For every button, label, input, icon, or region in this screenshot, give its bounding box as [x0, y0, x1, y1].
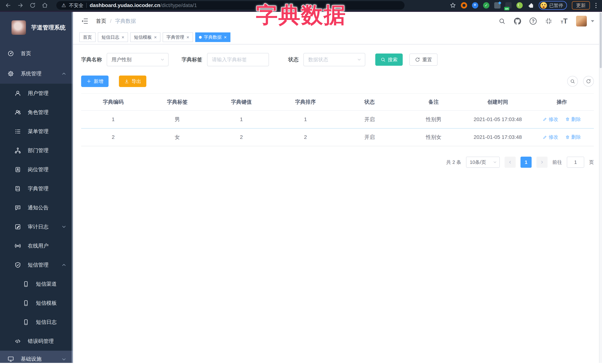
- delete-link[interactable]: 删除: [565, 116, 581, 123]
- export-button[interactable]: 导出: [119, 75, 146, 87]
- edit-link[interactable]: 修改: [543, 134, 558, 140]
- extension-icon-blue[interactable]: [472, 2, 478, 9]
- sidebar-item-menu-mgmt[interactable]: 菜单管理: [0, 122, 73, 141]
- sidebar-item-sms-mgmt[interactable]: 短信管理: [0, 255, 73, 274]
- sidebar-logo[interactable]: 芋道管理系统: [0, 12, 73, 43]
- sidebar-item-post-mgmt[interactable]: 岗位管理: [0, 160, 73, 179]
- browser-update-button[interactable]: 更新: [572, 1, 590, 10]
- sidebar-item-sms-log[interactable]: 短信日志: [0, 312, 73, 332]
- sidebar-item-system-mgmt[interactable]: 系统管理: [0, 63, 73, 84]
- tab-sms-template[interactable]: 短信模板×: [130, 32, 161, 42]
- extension-icon-green-leaf[interactable]: [516, 2, 523, 9]
- next-page-button[interactable]: [537, 157, 548, 168]
- cell-actions: 修改 删除: [530, 128, 594, 146]
- avatar-caret-down-icon[interactable]: [591, 20, 594, 22]
- browser-menu-icon[interactable]: [595, 2, 597, 9]
- help-icon[interactable]: ?: [530, 18, 537, 25]
- sidebar-item-label: 岗位管理: [28, 166, 49, 173]
- tab-close-icon[interactable]: ×: [154, 35, 157, 40]
- cell-value: 2: [209, 128, 273, 146]
- prev-page-button[interactable]: [505, 157, 516, 168]
- sidebar-fold-icon[interactable]: [81, 17, 88, 25]
- trash-icon: [565, 135, 570, 139]
- tab-sms-log[interactable]: 短信日志×: [98, 32, 128, 42]
- dict-name-value: 用户性别: [111, 56, 131, 63]
- active-tab-dot: [199, 36, 202, 39]
- sidebar-item-notice[interactable]: 通知公告: [0, 198, 73, 217]
- cell-created: 2021-01-05 17:03:48: [466, 111, 530, 128]
- tab-home[interactable]: 首页: [79, 32, 96, 42]
- sidebar-item-label: 基础设施: [21, 355, 42, 363]
- reset-button[interactable]: 重置: [409, 53, 438, 66]
- fullscreen-icon[interactable]: [545, 18, 552, 25]
- sidebar-item-dict-mgmt[interactable]: 字典管理: [0, 179, 73, 198]
- tab-dict-mgmt[interactable]: 字典管理×: [163, 32, 193, 42]
- badge-icon: [14, 166, 21, 173]
- add-button[interactable]: 新增: [81, 75, 108, 87]
- sidebar-item-audit-log[interactable]: 审计日志: [0, 217, 73, 236]
- cell-sort: 2: [273, 128, 337, 146]
- page-scrollbar-thumb[interactable]: [600, 13, 602, 68]
- bookmark-star-icon[interactable]: [450, 2, 456, 9]
- tab-close-icon[interactable]: ×: [121, 35, 124, 40]
- sidebar-item-home[interactable]: 首页: [0, 43, 73, 63]
- plus-icon: [86, 79, 92, 84]
- extension-icon-green-check[interactable]: ✓: [483, 2, 489, 9]
- sidebar-item-sms-channel[interactable]: 短信渠道: [0, 274, 73, 293]
- browser-profile-chip[interactable]: 已暂停: [539, 1, 567, 10]
- url-path: /dict/type/data/1: [160, 2, 197, 8]
- page-content: 字典名称 用户性别 字典标签 状态 数据状态 搜索: [73, 44, 602, 363]
- browser-back-icon[interactable]: [5, 2, 11, 9]
- search-icon[interactable]: [498, 18, 505, 25]
- main-panel: 首页 / 字典数据 ? TT 首页 短信日志× 短信模板× 字典管理× 字典数据…: [73, 12, 602, 363]
- chevron-down-icon: [160, 57, 165, 62]
- tab-close-icon[interactable]: ×: [224, 35, 227, 40]
- sidebar-item-label: 审计日志: [28, 223, 49, 230]
- tab-label: 短信日志: [101, 34, 119, 40]
- font-size-icon[interactable]: TT: [561, 18, 568, 25]
- refresh-table-button[interactable]: [583, 76, 594, 87]
- goto-page-input[interactable]: [567, 157, 584, 168]
- dict-label-input[interactable]: [212, 57, 264, 62]
- breadcrumb-separator: /: [110, 18, 111, 24]
- sidebar-scrollbar[interactable]: [72, 12, 73, 363]
- status-select[interactable]: 数据状态: [303, 53, 365, 66]
- extensions-puzzle-icon[interactable]: [527, 2, 534, 9]
- toggle-search-button[interactable]: [567, 76, 578, 87]
- browser-reload-icon[interactable]: [29, 2, 36, 9]
- sidebar-item-role-mgmt[interactable]: 角色管理: [0, 103, 73, 122]
- sidebar-item-sms-template[interactable]: 短信模板: [0, 293, 73, 312]
- extension-icon-gray-diamond[interactable]: [494, 2, 501, 9]
- extension-on-badge: on: [504, 7, 509, 10]
- dict-label-field[interactable]: [207, 53, 269, 66]
- sidebar-item-label: 短信模板: [36, 300, 57, 307]
- tab-close-icon[interactable]: ×: [186, 35, 189, 40]
- sidebar-item-user-mgmt[interactable]: 用户管理: [0, 84, 73, 103]
- page-size-select[interactable]: 10条/页: [466, 157, 500, 168]
- tags-view: 首页 短信日志× 短信模板× 字典管理× 字典数据×: [73, 30, 602, 44]
- sidebar-item-infrastructure[interactable]: 基础设施: [0, 351, 73, 363]
- sidebar-item-error-code-mgmt[interactable]: 错误码管理: [0, 332, 73, 351]
- cell-created: 2021-01-05 17:03:48: [466, 128, 530, 146]
- page-scrollbar[interactable]: [599, 12, 602, 363]
- browser-home-icon[interactable]: [42, 2, 48, 9]
- profile-paused-label: 已暂停: [549, 2, 563, 9]
- breadcrumb-home[interactable]: 首页: [96, 18, 106, 25]
- github-icon[interactable]: [514, 18, 521, 25]
- sidebar-item-dept-mgmt[interactable]: 部门管理: [0, 141, 73, 160]
- cell-value: 1: [209, 111, 273, 128]
- page-number-current[interactable]: 1: [520, 157, 532, 168]
- browser-forward-icon[interactable]: [17, 2, 24, 9]
- search-button[interactable]: 搜索: [375, 53, 403, 66]
- sidebar-item-label: 错误码管理: [28, 338, 54, 345]
- extension-icon-dark[interactable]: on: [505, 2, 512, 9]
- address-bar[interactable]: ⚠ 不安全 dashboard.yudao.iocoder.cn/dict/ty…: [56, 1, 405, 10]
- tab-dict-data[interactable]: 字典数据×: [195, 32, 230, 42]
- user-avatar[interactable]: [576, 16, 587, 26]
- chevron-up-icon: [61, 71, 67, 76]
- edit-link[interactable]: 修改: [543, 116, 558, 123]
- dict-name-select[interactable]: 用户性别: [107, 53, 169, 66]
- sidebar-item-online-users[interactable]: 在线用户: [0, 236, 73, 255]
- delete-link[interactable]: 删除: [565, 134, 581, 140]
- extension-icon-orange-ring[interactable]: [461, 2, 467, 9]
